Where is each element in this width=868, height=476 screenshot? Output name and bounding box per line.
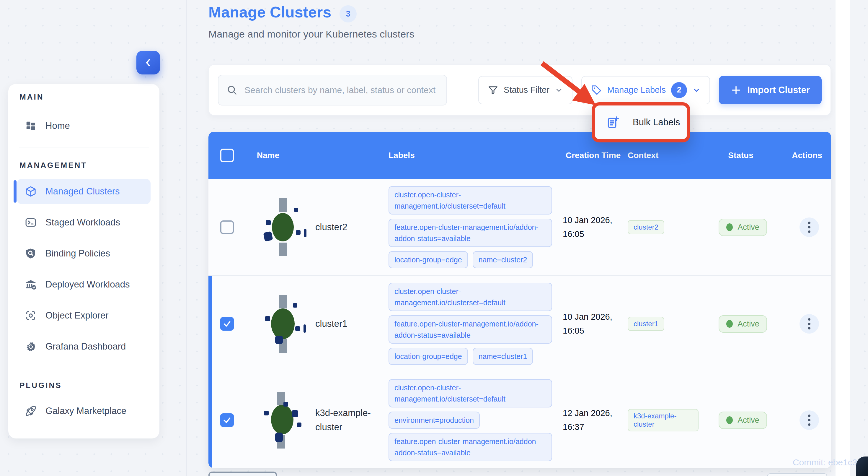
row-actions-kebab-button[interactable]: [800, 314, 819, 334]
pagination-partial-control[interactable]: [209, 472, 277, 476]
import-cluster-label: Import Cluster: [747, 85, 810, 95]
manage-labels-count-badge: 2: [671, 82, 687, 98]
status-dot-icon: [726, 320, 733, 328]
status-filter-button[interactable]: Status Filter: [478, 76, 572, 104]
cluster-name: k3d-example-cluster: [315, 406, 377, 434]
column-header-name: Name: [241, 150, 389, 161]
context-chip: cluster1: [628, 317, 664, 331]
status-dot-icon: [726, 224, 733, 231]
sidebar-section-management: MANAGEMENT: [17, 159, 151, 171]
sidebar-divider: [19, 147, 149, 147]
cluster-count-badge: 3: [340, 5, 356, 23]
status-badge: Active: [719, 315, 767, 333]
status-badge: Active: [719, 412, 767, 429]
page-scrollbar[interactable]: [836, 0, 850, 476]
sidebar-item-label: Deployed Workloads: [45, 279, 130, 290]
sidebar-item-label: Managed Clusters: [45, 186, 120, 197]
corner-widget-partial[interactable]: [856, 456, 868, 476]
sidebar-item-grafana-dashboard[interactable]: Grafana Dashboard: [17, 334, 151, 359]
row-checkbox[interactable]: [220, 317, 234, 331]
column-header-actions: Actions: [787, 150, 831, 161]
label-chip: name=cluster1: [473, 348, 533, 365]
sidebar-main-divider: [186, 0, 187, 476]
sidebar-collapse-button[interactable]: [136, 51, 160, 75]
sidebar-item-deployed-workloads[interactable]: Deployed Workloads: [17, 272, 151, 297]
sidebar-item-label: Staged Workloads: [45, 217, 120, 228]
label-chip: cluster.open-cluster-management.io/clust…: [389, 379, 552, 408]
rocket-icon: [25, 405, 37, 417]
toolbar: Status Filter Manage Labels 2 Import Clu…: [209, 64, 831, 116]
sidebar-item-object-explorer[interactable]: Object Explorer: [17, 303, 151, 328]
terminal-icon: [25, 216, 37, 229]
commit-hash-label: Commit: ebe1c30: [732, 457, 862, 468]
page-title: Manage Clusters: [209, 3, 331, 21]
label-chip: name=cluster2: [473, 251, 533, 268]
page-subtitle: Manage and monitor your Kubernetes clust…: [209, 28, 414, 40]
tag-icon: [591, 85, 602, 96]
column-header-context: Context: [628, 150, 699, 161]
label-chip: feature.open-cluster-management.io/addon…: [389, 219, 552, 247]
row-checkbox[interactable]: [220, 220, 234, 234]
plus-icon: [731, 85, 741, 95]
row-checkbox[interactable]: [220, 413, 234, 427]
search-field-wrap: [218, 75, 447, 106]
table-header-row: Name Labels Creation Time Context Status…: [209, 132, 831, 179]
focus-scan-icon: [25, 310, 37, 322]
sidebar-item-label: Galaxy Marketplace: [45, 406, 126, 416]
chevron-left-icon: [143, 58, 153, 68]
sidebar-item-galaxy-marketplace[interactable]: Galaxy Marketplace: [17, 398, 151, 424]
sidebar-section-main: MAIN: [17, 91, 151, 103]
sidebar-item-label: Object Explorer: [45, 310, 108, 321]
funnel-icon: [488, 85, 498, 95]
chevron-down-icon: [555, 86, 563, 94]
creation-time: 10 Jan 2026, 16:05: [563, 213, 628, 241]
status-filter-label: Status Filter: [504, 85, 550, 95]
sidebar-item-binding-policies[interactable]: Binding Policies: [17, 241, 151, 266]
bulk-labels-icon: [606, 116, 620, 129]
sidebar-section-plugins: PLUGINS: [17, 379, 151, 391]
search-input[interactable]: [218, 75, 447, 106]
label-chip: cluster.open-cluster-management.io/clust…: [389, 186, 552, 214]
status-label: Active: [738, 416, 760, 425]
import-cluster-button[interactable]: Import Cluster: [719, 76, 822, 104]
sidebar-item-staged-workloads[interactable]: Staged Workloads: [17, 210, 151, 235]
home-grid-icon: [25, 120, 37, 132]
cluster-scatter-icon: [257, 291, 308, 356]
creation-time: 10 Jan 2026, 16:05: [563, 310, 628, 338]
manage-labels-button[interactable]: Manage Labels 2: [581, 76, 710, 104]
clusters-table: Name Labels Creation Time Context Status…: [209, 132, 831, 468]
table-row-cluster1: cluster1 cluster.open-cluster-management…: [209, 275, 831, 372]
select-all-checkbox[interactable]: [220, 149, 234, 162]
row-actions-kebab-button[interactable]: [800, 410, 819, 430]
sidebar: MAIN Home MANAGEMENT Managed Clusters St…: [8, 84, 159, 439]
bank-check-icon: [25, 279, 37, 291]
context-chip: k3d-example-cluster: [628, 409, 699, 432]
sidebar-item-home[interactable]: Home: [17, 113, 151, 139]
sidebar-item-label: Grafana Dashboard: [45, 341, 126, 352]
bulk-labels-menu-item[interactable]: Bulk Labels: [592, 102, 690, 142]
sidebar-item-label: Binding Policies: [45, 248, 110, 259]
context-chip: cluster2: [628, 220, 664, 234]
column-header-labels: Labels: [389, 150, 563, 161]
row-actions-kebab-button[interactable]: [800, 217, 819, 237]
label-chip: feature.open-cluster-management.io/addon…: [389, 433, 552, 461]
column-header-status: Status: [699, 150, 787, 161]
sidebar-item-managed-clusters[interactable]: Managed Clusters: [17, 179, 151, 204]
shield-search-icon: [25, 247, 37, 260]
status-label: Active: [738, 319, 760, 329]
label-chip: environment=production: [389, 412, 480, 429]
cluster-scatter-icon: [257, 195, 308, 260]
manage-labels-label: Manage Labels: [607, 85, 666, 95]
cube-icon: [25, 185, 37, 197]
search-icon: [226, 84, 238, 96]
label-chip: cluster.open-cluster-management.io/clust…: [389, 283, 552, 311]
bulk-labels-label: Bulk Labels: [633, 117, 680, 128]
label-chip: feature.open-cluster-management.io/addon…: [389, 315, 552, 344]
sidebar-item-label: Home: [45, 121, 70, 131]
table-row-k3d-example-cluster: k3d-example-cluster cluster.open-cluster…: [209, 372, 831, 468]
sidebar-divider: [19, 369, 149, 369]
pagination-partial-control[interactable]: [767, 473, 827, 476]
grafana-icon: [25, 341, 37, 353]
status-badge: Active: [719, 219, 767, 236]
cluster-name: cluster1: [315, 317, 347, 331]
